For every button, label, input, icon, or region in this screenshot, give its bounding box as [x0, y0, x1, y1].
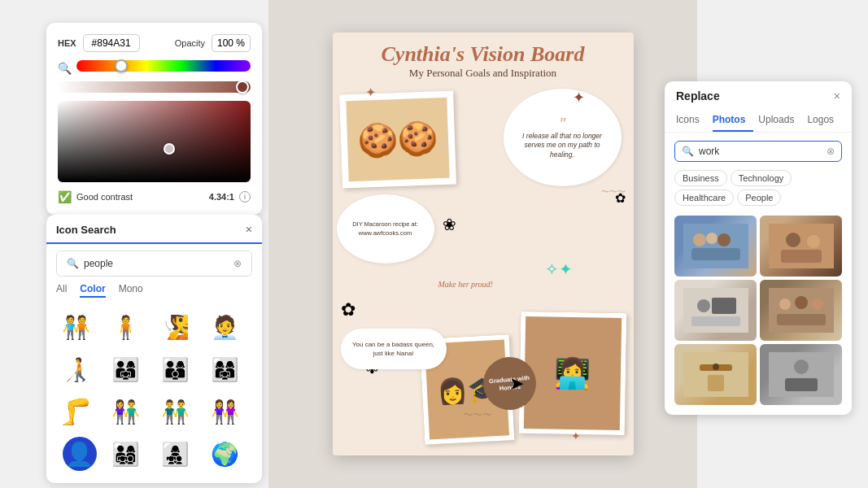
svg-rect-8 — [781, 250, 822, 263]
svg-point-7 — [807, 235, 820, 248]
svg-rect-12 — [691, 316, 740, 326]
vision-board: Cynthia's Vision Board My Personal Goals… — [333, 33, 634, 455]
replace-title: Replace — [676, 89, 720, 102]
replace-close-button[interactable]: × — [834, 89, 840, 102]
vision-board-content: 🍪🍪 " I release all that no longer serves… — [333, 85, 634, 451]
opacity-slider-thumb — [236, 81, 249, 94]
replace-image-5[interactable] — [674, 344, 757, 405]
icon-search-input[interactable] — [84, 258, 229, 269]
tab-logos[interactable]: Logos — [807, 109, 842, 132]
tag-people[interactable]: People — [737, 190, 781, 206]
svg-point-3 — [718, 233, 731, 246]
svg-rect-20 — [708, 375, 724, 391]
wave-decoration-2: 〜〜〜 — [601, 186, 626, 198]
icon-item[interactable]: 🧑‍💼 — [206, 307, 245, 346]
icon-item[interactable]: 🧑‍🤝‍🧑 — [56, 307, 95, 346]
icon-item[interactable]: 👨‍👩‍👧‍👦 — [106, 434, 145, 473]
svg-rect-11 — [712, 298, 736, 314]
svg-point-10 — [697, 299, 710, 312]
icon-grid: 🧑‍🤝‍🧑 🧍 🧏 🧑‍💼 🧑‍🦯 👨‍👩‍👧 👨‍👩‍👦 👩‍👩‍👧 🦵 👫 … — [46, 304, 262, 483]
opacity-slider[interactable] — [58, 81, 251, 93]
contrast-info-icon[interactable]: i — [239, 191, 251, 203]
sparkle-decoration: ✧✦ — [545, 259, 573, 279]
eyedropper-icon[interactable]: 🔍 — [58, 62, 72, 75]
replace-search-clear-button[interactable]: ⊗ — [827, 146, 835, 157]
tab-mono[interactable]: Mono — [119, 283, 143, 298]
text-bubble-queen[interactable]: You can be a badass queen, just like Nan… — [341, 329, 447, 369]
tab-icons[interactable]: Icons — [676, 109, 708, 132]
replace-search-input[interactable] — [699, 146, 822, 157]
svg-rect-4 — [691, 248, 740, 260]
flower-decoration-5: ✦ — [573, 89, 585, 107]
icon-item[interactable]: 🧑‍🦯 — [56, 350, 95, 389]
icon-search-clear-button[interactable]: ⊗ — [233, 258, 242, 269]
flower-decoration-2: ❀ — [443, 215, 456, 234]
icon-item[interactable]: 👫 — [106, 392, 145, 431]
icon-item[interactable]: 👬 — [156, 392, 195, 431]
queen-text: You can be a badass queen, just like Nan… — [352, 341, 434, 357]
contrast-ratio: 4.34:1 — [209, 192, 234, 202]
icon-search-title: Icon Search — [56, 224, 116, 236]
vision-board-title: Cynthia's Vision Board — [333, 42, 634, 67]
replace-header: Replace × — [665, 81, 852, 109]
gradient-thumb — [164, 143, 175, 155]
icon-search-panel: Icon Search × 🔍 ⊗ All Color Mono 🧑‍🤝‍🧑 🧍… — [46, 215, 262, 483]
hex-input[interactable] — [83, 34, 140, 52]
icon-item[interactable]: 👤 — [63, 437, 97, 471]
canvas-area: Cynthia's Vision Board My Personal Goals… — [268, 0, 697, 488]
quote-bubble[interactable]: " I release all that no longer serves me… — [504, 89, 622, 186]
replace-panel: Replace × Icons Photos Uploads Logos 🔍 ⊗… — [665, 81, 852, 415]
icon-item[interactable]: 👩‍👧‍👦 — [156, 434, 195, 473]
icon-item[interactable]: 🧏 — [156, 307, 195, 346]
replace-image-1[interactable] — [674, 216, 757, 277]
quote-mark-icon: " — [559, 115, 565, 132]
icon-item[interactable]: 🧍 — [106, 307, 145, 346]
svg-point-21 — [713, 364, 719, 370]
icon-search-close-button[interactable]: × — [246, 223, 252, 236]
replace-image-2[interactable] — [760, 216, 842, 277]
svg-point-6 — [786, 233, 800, 247]
color-picker-panel: HEX Opacity 🔍 ✅ Good contrast 4.34:1 i — [46, 23, 262, 215]
hex-label: HEX — [58, 38, 76, 48]
svg-point-14 — [779, 298, 791, 310]
tag-healthcare[interactable]: Healthcare — [674, 190, 734, 206]
icon-item[interactable]: 👨‍👩‍👧 — [106, 350, 145, 389]
icon-item[interactable]: 🦵 — [56, 392, 95, 431]
svg-rect-13 — [769, 288, 834, 333]
svg-point-16 — [812, 298, 823, 310]
replace-image-3[interactable] — [674, 280, 757, 341]
search-icon: 🔍 — [67, 258, 79, 269]
replace-image-6[interactable] — [760, 344, 842, 405]
replace-search-wrap: 🔍 ⊗ — [674, 141, 842, 162]
text-bubble-recipe[interactable]: DIY Macaroon recipe at: www.awfcooks.com — [337, 194, 434, 264]
icon-item[interactable]: 👩‍👩‍👧 — [206, 350, 245, 389]
replace-search-icon: 🔍 — [682, 146, 694, 157]
vision-board-subtitle: My Personal Goals and Inspiration — [333, 67, 634, 80]
contrast-row: ✅ Good contrast 4.34:1 i — [58, 190, 251, 203]
hue-slider[interactable] — [76, 60, 251, 72]
quote-text: I release all that no longer serves me o… — [518, 132, 607, 159]
tab-color[interactable]: Color — [80, 283, 105, 298]
color-gradient-box[interactable] — [58, 101, 251, 182]
hex-row: HEX Opacity — [58, 34, 251, 52]
opacity-input[interactable] — [212, 34, 251, 52]
icon-item[interactable]: 🌍 — [206, 434, 245, 473]
tag-business[interactable]: Business — [674, 170, 727, 186]
icon-item[interactable]: 👨‍👩‍👦 — [156, 350, 195, 389]
hue-slider-thumb — [115, 59, 128, 72]
tab-all[interactable]: All — [56, 283, 67, 298]
icon-search-header: Icon Search × — [46, 215, 262, 244]
replace-tabs: Icons Photos Uploads Logos — [665, 109, 852, 133]
make-proud-text: Make her proud! — [438, 280, 493, 289]
tag-technology[interactable]: Technology — [731, 170, 792, 186]
svg-rect-24 — [785, 378, 818, 391]
replace-image-4[interactable] — [760, 280, 842, 341]
replace-images-grid — [665, 212, 852, 415]
tab-uploads[interactable]: Uploads — [758, 109, 802, 132]
opacity-label: Opacity — [175, 38, 205, 48]
svg-rect-17 — [777, 314, 826, 325]
macaron-photo[interactable]: 🍪🍪 — [339, 91, 456, 189]
tab-photos[interactable]: Photos — [713, 109, 754, 132]
icon-item[interactable]: 👭 — [206, 392, 245, 431]
flower-decoration-3: ✿ — [341, 299, 355, 320]
